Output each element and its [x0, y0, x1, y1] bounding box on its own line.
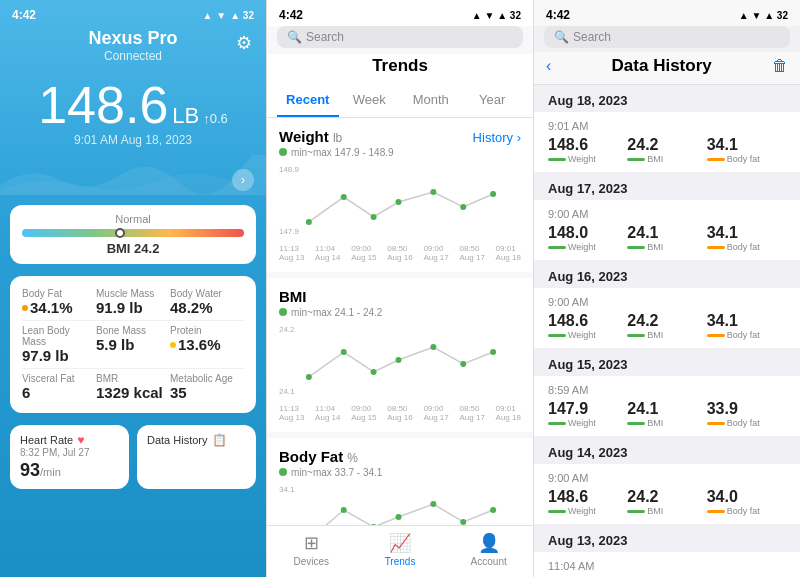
date-aug17: Aug 17, 2023 — [534, 173, 800, 200]
muscle-mass-value: 91.9 lb — [96, 299, 170, 316]
svg-point-24 — [430, 501, 436, 507]
data-history-title: Data History — [612, 56, 712, 76]
search-placeholder-3: Search — [573, 30, 611, 44]
entry-aug14-1[interactable]: 9:00 AM 148.6Weight 24.2BMI 34.0Body fat — [534, 464, 800, 524]
status-bar-1: 4:42 ▲ ▼ ▲ 32 — [0, 0, 266, 26]
back-button[interactable]: ‹ — [546, 57, 551, 75]
svg-point-23 — [396, 514, 402, 520]
date-aug15: Aug 15, 2023 — [534, 349, 800, 376]
trends-tabs: Recent Week Month Year — [267, 84, 533, 118]
search-bar-2[interactable]: 🔍 Search — [277, 26, 523, 48]
svg-point-12 — [341, 349, 347, 355]
bone-mass-metric: Bone Mass 5.9 lb — [96, 325, 170, 364]
gear-icon[interactable]: ⚙ — [236, 32, 252, 54]
entry-metrics: 147.9Weight 24.1BMI 33.9Body fat — [548, 400, 786, 428]
calendar-icon: 📋 — [212, 433, 227, 447]
svg-text:148.9: 148.9 — [279, 165, 299, 174]
svg-text:24.2: 24.2 — [279, 325, 295, 334]
svg-point-11 — [306, 374, 312, 380]
data-history-title: Data History 📋 — [147, 433, 246, 447]
bmi-range: min~max 24.1 - 24.2 — [279, 307, 521, 318]
scroll-right-icon[interactable]: › — [232, 169, 254, 191]
tab-recent[interactable]: Recent — [277, 84, 339, 117]
svg-point-13 — [371, 369, 377, 375]
entry-aug18-1[interactable]: 9:01 AM 148.6 Weight 24.2 BMI 34.1 Body … — [534, 112, 800, 172]
trends-title: Trends — [267, 54, 533, 84]
bodyfat-range: min~max 33.7 - 34.1 — [279, 467, 521, 478]
heart-rate-value: 93/min — [20, 460, 119, 481]
bmi-label: Normal — [22, 213, 244, 225]
range-dot — [279, 148, 287, 156]
search-placeholder-2: Search — [306, 30, 344, 44]
nav-devices-label: Devices — [294, 556, 330, 567]
trends-scroll[interactable]: Weight lb History › min~max 147.9 - 148.… — [267, 118, 533, 525]
bmr-value: 1329 kcal — [96, 384, 170, 401]
weight-history-link[interactable]: History › — [473, 130, 521, 145]
svg-text:34.1: 34.1 — [279, 485, 295, 494]
status-icons-2: ▲ ▼ ▲ 32 — [472, 10, 521, 21]
svg-point-14 — [396, 357, 402, 363]
data-history-card[interactable]: Data History 📋 — [137, 425, 256, 489]
svg-text:147.9: 147.9 — [279, 227, 299, 236]
body-water-metric: Body Water 48.2% — [170, 288, 244, 316]
wave-area: › — [0, 155, 266, 195]
delete-button[interactable]: 🗑 — [772, 57, 788, 75]
muscle-mass-label: Muscle Mass — [96, 288, 170, 299]
weight-unit: LB — [172, 103, 199, 129]
visceral-fat-value: 6 — [22, 384, 96, 401]
body-water-label: Body Water — [170, 288, 244, 299]
entry-bodyfat: 34.1 Body fat — [707, 136, 786, 164]
dot-orange — [22, 305, 28, 311]
entry-time: 9:00 AM — [548, 296, 786, 308]
nav-account-label: Account — [471, 556, 507, 567]
weight-value: 148.6 — [38, 79, 168, 131]
status-bar-2: 4:42 ▲ ▼ ▲ 32 — [267, 0, 533, 26]
body-fat-label: Body Fat — [22, 288, 96, 299]
svg-point-25 — [460, 519, 466, 525]
entry-time: 9:00 AM — [548, 472, 786, 484]
metabolic-age-value: 35 — [170, 384, 244, 401]
lean-body-value: 97.9 lb — [22, 347, 96, 364]
body-water-value: 48.2% — [170, 299, 244, 316]
bmi-chart-labels: 11:13Aug 13 11:04Aug 14 09:00Aug 15 08:5… — [279, 404, 521, 422]
protein-label: Protein — [170, 325, 244, 336]
metabolic-age-label: Metabolic Age — [170, 373, 244, 384]
tab-week[interactable]: Week — [339, 84, 401, 117]
search-bar-3[interactable]: 🔍 Search — [544, 26, 790, 48]
bmi-value: BMI 24.2 — [22, 241, 244, 256]
body-fat-metric: Body Fat 34.1% — [22, 288, 96, 316]
nav-account[interactable]: 👤 Account — [444, 532, 533, 567]
svg-point-6 — [430, 189, 436, 195]
entry-aug17-1[interactable]: 9:00 AM 148.0Weight 24.1BMI 34.1Body fat — [534, 200, 800, 260]
tab-year[interactable]: Year — [462, 84, 524, 117]
history-scroll[interactable]: Aug 18, 2023 9:01 AM 148.6 Weight 24.2 B… — [534, 85, 800, 577]
entry-aug15-1[interactable]: 8:59 AM 147.9Weight 24.1BMI 33.9Body fat — [534, 376, 800, 436]
heart-rate-card[interactable]: Heart Rate ♥ 8:32 PM, Jul 27 93/min — [10, 425, 129, 489]
wifi-icon: ▼ — [216, 10, 226, 21]
bmi-card: Normal BMI 24.2 — [10, 205, 256, 264]
protein-metric: Protein 13.6% — [170, 325, 244, 364]
bone-mass-label: Bone Mass — [96, 325, 170, 336]
weight-display: 148.6 LB ↑0.6 9:01 AM Aug 18, 2023 — [0, 67, 266, 151]
weight-chart-labels: 11:13Aug 13 11:04Aug 14 09:00Aug 15 08:5… — [279, 244, 521, 262]
weight-change: ↑0.6 — [203, 111, 228, 126]
nav-trends[interactable]: 📈 Trends — [356, 532, 445, 567]
bodyfat-trend-header: Body Fat % — [279, 448, 521, 465]
date-aug18: Aug 18, 2023 — [534, 85, 800, 112]
entry-metrics: 148.6Weight 24.2BMI 34.0Body fat — [548, 488, 786, 516]
svg-point-4 — [371, 214, 377, 220]
nav-trends-label: Trends — [385, 556, 416, 567]
entry-time: 9:01 AM — [548, 120, 786, 132]
device-status: Connected — [0, 49, 266, 63]
entry-bmi: 24.2 BMI — [627, 136, 706, 164]
status-bar-3: 4:42 ▲ ▼ ▲ 32 — [534, 0, 800, 26]
entry-aug16-1[interactable]: 9:00 AM 148.6Weight 24.2BMI 34.1Body fat — [534, 288, 800, 348]
nav-devices[interactable]: ⊞ Devices — [267, 532, 356, 567]
svg-text:24.1: 24.1 — [279, 387, 295, 396]
entry-aug13-1[interactable]: 11:04 AM 148.9Weight 24.2BMI 33.9Body fa… — [534, 552, 800, 577]
heart-icon: ♥ — [77, 433, 84, 447]
bottom-cards: Heart Rate ♥ 8:32 PM, Jul 27 93/min Data… — [10, 425, 256, 489]
tab-month[interactable]: Month — [400, 84, 462, 117]
trends-panel: 4:42 ▲ ▼ ▲ 32 🔍 Search Trends Recent Wee… — [266, 0, 533, 577]
bmi-chart: 24.2 24.1 — [279, 322, 521, 402]
